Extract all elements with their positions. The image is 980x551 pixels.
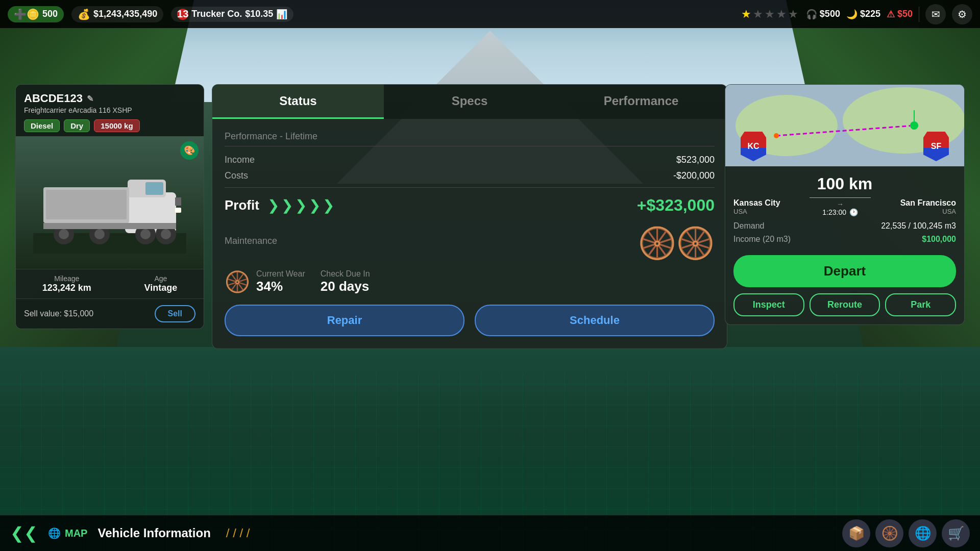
tab-specs[interactable]: Specs bbox=[384, 85, 555, 119]
vehicle-panel: ABCDE123 ✎ Freightcarrier eArcadia 116 X… bbox=[15, 84, 204, 329]
route-line-visual: → bbox=[810, 197, 871, 208]
currency1-value: $500 bbox=[820, 9, 840, 19]
back-button[interactable]: ❮❮ bbox=[10, 523, 38, 543]
age-value: Vintage bbox=[144, 283, 178, 293]
vehicle-footer: Sell value: $15,000 Sell bbox=[16, 298, 204, 329]
vehicle-id-row: ABCDE123 ✎ bbox=[24, 92, 195, 105]
reroute-button[interactable]: Reroute bbox=[810, 293, 880, 316]
svg-rect-3 bbox=[145, 182, 163, 195]
schedule-button[interactable]: Schedule bbox=[475, 305, 715, 336]
currency-1: 🎧 $500 bbox=[806, 9, 840, 20]
check-value: 20 days bbox=[321, 279, 370, 294]
sell-button[interactable]: Sell bbox=[155, 305, 195, 322]
currency1-icon: 🎧 bbox=[806, 9, 817, 20]
perf-section-title: Performance - Lifetime bbox=[225, 131, 715, 146]
slashes-decoration: / / / / bbox=[226, 526, 250, 540]
tab-bar: Status Specs Performance bbox=[212, 85, 727, 119]
star-1: ★ bbox=[741, 8, 751, 21]
fuel-tag: Diesel bbox=[24, 119, 60, 132]
age-stat: Age Vintage bbox=[144, 274, 178, 293]
mail-button[interactable]: ✉ bbox=[925, 4, 946, 24]
wear-value: 34% bbox=[256, 279, 305, 294]
svg-point-7 bbox=[59, 229, 69, 239]
profit-label: Profit bbox=[225, 197, 259, 213]
to-city-country: USA bbox=[900, 208, 956, 215]
network-icon-btn[interactable]: 🌐 bbox=[909, 519, 937, 547]
route-info: 100 km Kansas City USA → 1:23:00 🕐 San F… bbox=[725, 166, 964, 324]
demand-label: Demand bbox=[733, 221, 764, 231]
arrow-3: ❯ bbox=[295, 197, 307, 214]
topbar-right: 🎧 $500 🌙 $225 ⚠ $50 ✉ ⚙ bbox=[806, 4, 972, 24]
repair-button[interactable]: Repair bbox=[225, 305, 464, 336]
income-label: Income bbox=[225, 155, 255, 165]
xp-display: ➕🪙 500 bbox=[8, 6, 64, 22]
park-button[interactable]: Park bbox=[885, 293, 956, 316]
kc-shield: KC bbox=[741, 132, 766, 161]
edit-icon[interactable]: ✎ bbox=[87, 94, 93, 104]
vehicle-name: Freightcarrier eArcadia 116 XSHP bbox=[24, 106, 195, 114]
age-label: Age bbox=[144, 274, 178, 283]
vehicle-stats: Mileage 123,242 km Age Vintage bbox=[16, 269, 204, 298]
income-route-row: Income (20 m3) $100,000 bbox=[733, 235, 956, 244]
svg-rect-14 bbox=[43, 223, 176, 229]
shop-icon-btn[interactable]: 🛒 bbox=[942, 519, 970, 547]
depart-button[interactable]: Depart bbox=[733, 255, 956, 287]
route-cities: Kansas City USA → 1:23:00 🕐 San Francisc… bbox=[733, 197, 956, 216]
from-city-name: Kansas City bbox=[733, 198, 780, 208]
xp-value: 500 bbox=[42, 9, 58, 19]
sell-value-text: Sell value: $15,000 bbox=[24, 309, 93, 318]
travel-time: 1:23:00 bbox=[822, 208, 846, 216]
svg-point-9 bbox=[94, 229, 105, 239]
company-level-badge: 13 bbox=[177, 9, 188, 20]
wear-label: Current Wear bbox=[256, 269, 305, 279]
star-5: ★ bbox=[788, 8, 798, 21]
debt-display: ⚠ $50 bbox=[887, 9, 913, 20]
costs-label: Costs bbox=[225, 170, 248, 181]
wear-info: Current Wear 34% bbox=[256, 269, 305, 294]
income-route-label: Income (20 m3) bbox=[733, 235, 791, 244]
svg-point-22 bbox=[910, 121, 918, 130]
clock-icon: 🕐 bbox=[849, 208, 858, 216]
money-value: $1,243,435,490 bbox=[93, 9, 157, 19]
route-action-buttons: Inspect Reroute Park bbox=[733, 293, 956, 316]
status-content: Performance - Lifetime Income $523,000 C… bbox=[212, 119, 727, 348]
topbar-divider bbox=[919, 7, 919, 22]
income-value: $523,000 bbox=[676, 155, 715, 165]
maintenance-grid: 🛞 Current Wear 34% Check Due In 20 days bbox=[225, 269, 715, 294]
demand-row: Demand 22,535 / 100,245 m3 bbox=[733, 221, 956, 231]
svg-rect-15 bbox=[175, 208, 181, 213]
maintenance-section: Maintenance 🛞🛞 🛞 Current Wear 34% Check … bbox=[225, 225, 715, 294]
mileage-label: Mileage bbox=[42, 274, 91, 283]
tires-icon: 🛞🛞 bbox=[638, 225, 715, 261]
tab-performance[interactable]: Performance bbox=[555, 85, 727, 119]
tire-icon-btn[interactable]: 🛞 bbox=[875, 519, 903, 547]
settings-button[interactable]: ⚙ bbox=[952, 4, 972, 24]
money-icon: 💰 bbox=[78, 8, 90, 20]
from-city-country: USA bbox=[733, 208, 780, 215]
income-route-value: $100,000 bbox=[922, 235, 956, 244]
cube-icon-btn[interactable]: 📦 bbox=[842, 519, 870, 547]
map-nav-button[interactable]: 🌐 MAP bbox=[48, 527, 87, 539]
arrow-5: ❯ bbox=[323, 197, 334, 214]
svg-rect-5 bbox=[46, 190, 127, 219]
debt-value: $50 bbox=[897, 9, 913, 19]
sf-code: SF bbox=[931, 142, 941, 151]
wear-tire-icon: 🛞 bbox=[225, 270, 250, 294]
page-title: Vehicle Information bbox=[97, 526, 210, 540]
profit-row: Profit ❯ ❯ ❯ ❯ ❯ +$323,000 bbox=[225, 196, 715, 215]
demand-value: 22,535 / 100,245 m3 bbox=[881, 221, 956, 231]
paint-icon[interactable]: 🎨 bbox=[180, 141, 199, 160]
sell-label: Sell value: bbox=[24, 309, 62, 318]
chart-icon: 📊 bbox=[276, 9, 287, 20]
money-display: 💰 $1,243,435,490 bbox=[71, 6, 163, 22]
tab-status[interactable]: Status bbox=[212, 85, 384, 119]
inspect-button[interactable]: Inspect bbox=[733, 293, 804, 316]
route-time: 1:23:00 🕐 bbox=[822, 208, 858, 216]
svg-point-11 bbox=[140, 229, 151, 239]
route-stats: Demand 22,535 / 100,245 m3 Income (20 m3… bbox=[733, 221, 956, 244]
star-2: ★ bbox=[753, 8, 763, 21]
map-label: MAP bbox=[65, 528, 87, 539]
svg-point-21 bbox=[774, 133, 779, 138]
company-display[interactable]: 13 Trucker Co. $10.35 📊 bbox=[171, 7, 293, 22]
check-label: Check Due In bbox=[321, 269, 370, 279]
